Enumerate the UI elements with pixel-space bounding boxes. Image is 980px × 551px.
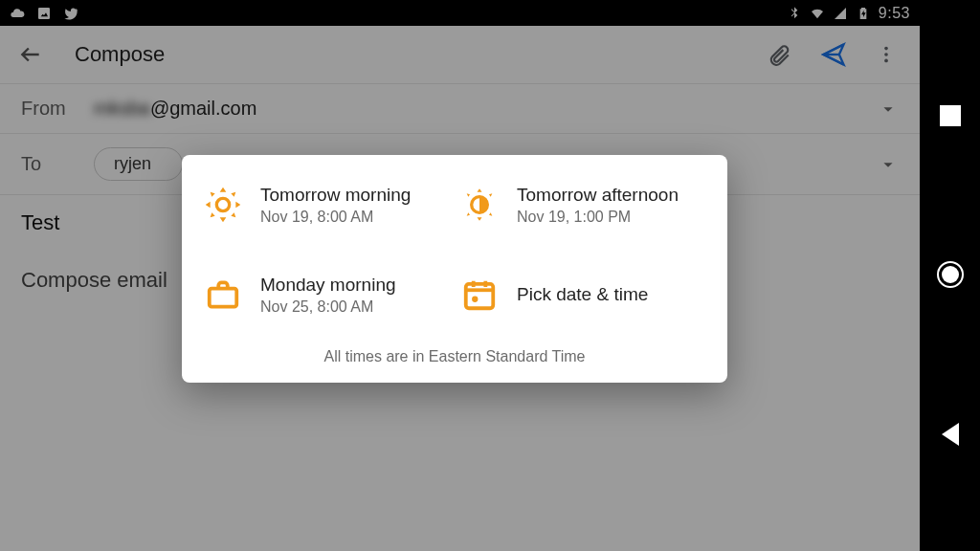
option-title: Monday morning [260,274,396,297]
nav-home-icon[interactable] [937,261,964,288]
sun-icon [203,185,243,225]
android-nav-bar [920,0,980,551]
svg-point-8 [472,296,478,301]
sun-half-icon [459,185,500,225]
option-subtitle: Nov 19, 1:00 PM [517,209,679,226]
svg-point-4 [216,198,229,210]
phone-content: 9:53 Compose From [0,0,920,551]
svg-rect-6 [210,288,237,306]
option-title: Tomorrow afternoon [517,184,679,207]
option-tomorrow-afternoon[interactable]: Tomorrow afternoon Nov 19, 1:00 PM [459,184,706,226]
option-title: Pick date & time [517,283,648,306]
briefcase-icon [203,275,243,315]
option-pick-date-time[interactable]: Pick date & time [459,274,706,316]
calendar-icon [459,275,500,315]
schedule-send-dialog: Tomorrow morning Nov 19, 8:00 AM Tomorro… [182,155,727,383]
option-tomorrow-morning[interactable]: Tomorrow morning Nov 19, 8:00 AM [203,184,450,226]
option-title: Tomorrow morning [260,184,411,207]
nav-back-icon[interactable] [942,423,959,446]
nav-recent-icon[interactable] [940,105,961,126]
option-subtitle: Nov 19, 8:00 AM [260,209,411,226]
dialog-footer: All times are in Eastern Standard Time [203,348,706,365]
svg-rect-7 [466,284,494,308]
option-subtitle: Nov 25, 8:00 AM [260,298,396,316]
option-monday-morning[interactable]: Monday morning Nov 25, 8:00 AM [203,274,450,316]
